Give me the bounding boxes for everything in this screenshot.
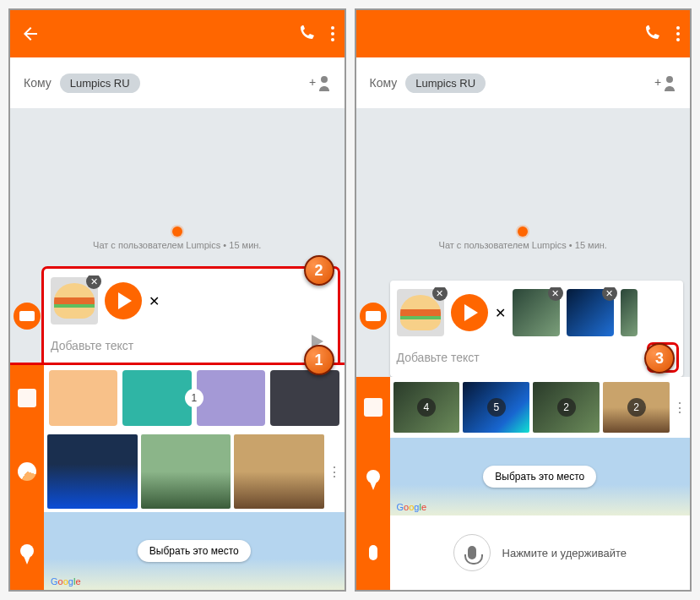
add-person-icon[interactable]: + xyxy=(654,74,676,91)
gallery-row: 4 5 2 2 ⋮ xyxy=(356,377,691,438)
recipient-chip[interactable]: Lumpics RU xyxy=(405,74,486,93)
voice-tab[interactable] xyxy=(356,515,390,590)
attachment-sticker[interactable]: ✕ xyxy=(51,277,98,325)
more-icon[interactable] xyxy=(676,26,680,41)
callout-badge-3: 3 xyxy=(644,343,675,374)
input-row: Добавьте текст MMS xyxy=(397,338,677,377)
mic-circle xyxy=(453,534,491,571)
sticker-thumb[interactable] xyxy=(270,370,339,426)
voice-row: Нажмите и удерживайте xyxy=(356,515,691,590)
callout-badge-1: 1 xyxy=(304,345,334,375)
phone-right: Кому Lumpics RU + Чат с пользователем Lu… xyxy=(355,8,692,592)
app-bar xyxy=(356,10,691,57)
sticker-thumb[interactable] xyxy=(122,370,191,426)
status-dot xyxy=(172,226,182,237)
message-input[interactable]: Добавьте текст xyxy=(397,351,643,364)
gallery-tab[interactable] xyxy=(356,377,390,438)
select-place-button[interactable]: Выбрать это место xyxy=(138,540,251,562)
conversation-area: Чат с пользователем Lumpics • 15 мин. xyxy=(356,108,691,281)
chat-status: Чат с пользователем Lumpics • 15 мин. xyxy=(10,240,345,250)
recipient-chip[interactable]: Lumpics RU xyxy=(60,74,140,93)
gallery-thumb[interactable]: 2 xyxy=(603,382,670,433)
attachment-audio-play[interactable] xyxy=(451,294,488,331)
more-icon[interactable]: ⋮ xyxy=(673,400,686,416)
call-icon[interactable] xyxy=(643,25,659,42)
call-icon[interactable] xyxy=(297,25,314,42)
message-input[interactable]: Добавьте текст xyxy=(51,339,297,352)
callout-badge-2: 2 xyxy=(304,255,334,286)
attachments-row: ✕ ✕ xyxy=(51,275,331,326)
sticker-tab[interactable] xyxy=(10,365,44,431)
remove-icon[interactable]: ✕ xyxy=(495,305,506,321)
remove-icon[interactable]: ✕ xyxy=(149,293,160,309)
attachment-image[interactable] xyxy=(621,289,638,336)
sticker-icon xyxy=(18,389,36,407)
svg-text:+: + xyxy=(654,75,661,89)
voice-record-button[interactable]: Нажмите и удерживайте xyxy=(390,515,691,590)
recipient-bar: Кому Lumpics RU + xyxy=(356,57,691,108)
gallery-thumb[interactable] xyxy=(141,434,231,509)
add-person-icon[interactable]: + xyxy=(309,74,331,91)
gallery-row: ⋮ xyxy=(10,431,345,512)
play-icon xyxy=(464,304,478,321)
count-badge: 1 xyxy=(185,389,203,407)
keyboard-icon xyxy=(19,311,35,321)
count-badge: 5 xyxy=(487,398,506,417)
gallery-thumb[interactable] xyxy=(47,434,138,509)
location-row: Выбрать это место Google xyxy=(356,438,691,515)
attachment-sticker[interactable]: ✕ xyxy=(397,289,444,336)
attachment-image[interactable]: ✕ xyxy=(567,289,614,336)
count-badge: 4 xyxy=(417,398,436,417)
gallery-icon xyxy=(364,398,383,417)
attach-panel: 4 5 2 2 ⋮ Выбрать это место Google Нажми… xyxy=(356,377,691,590)
recipient-bar: Кому Lumpics RU + xyxy=(10,57,345,108)
keyboard-toggle[interactable] xyxy=(14,303,41,330)
play-icon xyxy=(118,292,132,309)
conversation-area: Чат с пользователем Lumpics • 15 мин. xyxy=(10,108,345,269)
location-row: Выбрать это место Google xyxy=(10,512,345,590)
attachments-row: ✕ ✕ ✕ ✕ xyxy=(397,287,677,338)
location-tab[interactable] xyxy=(10,512,44,590)
attachment-audio-play[interactable] xyxy=(105,282,142,319)
burger-sticker-icon xyxy=(54,283,95,319)
burger-sticker-icon xyxy=(400,295,441,330)
svg-point-1 xyxy=(321,76,328,83)
sticker-thumb[interactable] xyxy=(49,370,117,426)
map-provider-label: Google xyxy=(397,502,427,512)
to-label: Кому xyxy=(370,76,398,90)
gallery-thumb[interactable] xyxy=(234,434,324,509)
to-label: Кому xyxy=(24,76,52,90)
count-badge: 2 xyxy=(627,398,646,417)
back-icon[interactable] xyxy=(20,24,41,44)
more-icon[interactable]: ⋮ xyxy=(328,464,341,480)
gallery-icon xyxy=(18,462,36,481)
status-dot xyxy=(518,226,528,237)
keyboard-toggle[interactable] xyxy=(360,303,387,330)
mic-icon xyxy=(369,545,377,560)
svg-point-3 xyxy=(666,76,673,83)
keyboard-icon xyxy=(366,311,381,321)
map-preview[interactable]: Выбрать это место Google xyxy=(44,512,345,590)
select-place-button[interactable]: Выбрать это место xyxy=(483,466,596,488)
gallery-tab[interactable] xyxy=(10,431,44,512)
compose-area: ✕ ✕ ✕ ✕ Добавьте текст MMS xyxy=(390,281,684,377)
sticker-row: 1 xyxy=(10,365,345,431)
sticker-thumb[interactable]: 1 xyxy=(197,370,265,426)
map-provider-label: Google xyxy=(51,576,81,586)
gallery-thumb[interactable]: 2 xyxy=(533,382,600,433)
app-bar xyxy=(10,10,345,57)
attachment-image[interactable]: ✕ xyxy=(513,289,560,336)
remove-icon[interactable]: ✕ xyxy=(86,275,101,289)
remove-icon[interactable]: ✕ xyxy=(602,287,617,301)
count-badge: 2 xyxy=(557,398,576,417)
pin-icon xyxy=(366,470,380,483)
remove-icon[interactable]: ✕ xyxy=(432,287,448,301)
gallery-thumb[interactable]: 4 xyxy=(393,382,460,433)
gallery-thumb[interactable]: 5 xyxy=(463,382,529,433)
mic-icon xyxy=(468,546,476,559)
more-icon[interactable] xyxy=(331,26,334,41)
remove-icon[interactable]: ✕ xyxy=(548,287,563,301)
map-preview[interactable]: Выбрать это место Google xyxy=(390,438,691,515)
chat-status: Чат с пользователем Lumpics • 15 мин. xyxy=(356,240,691,250)
location-tab[interactable] xyxy=(356,438,390,515)
